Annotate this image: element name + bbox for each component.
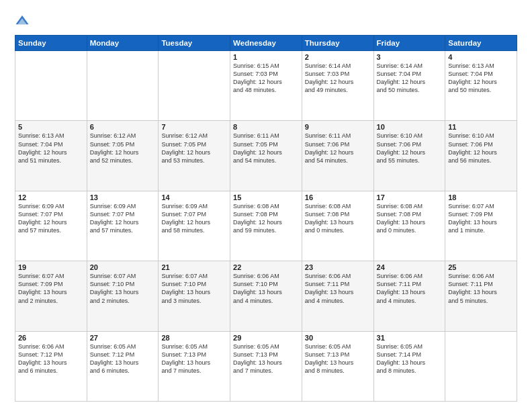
calendar-cell: 5Sunrise: 6:13 AM Sunset: 7:04 PM Daylig… — [15, 121, 87, 191]
day-info: Sunrise: 6:07 AM Sunset: 7:09 PM Dayligh… — [448, 202, 514, 235]
day-info: Sunrise: 6:07 AM Sunset: 7:10 PM Dayligh… — [90, 272, 156, 305]
calendar-cell: 29Sunrise: 6:05 AM Sunset: 7:13 PM Dayli… — [230, 331, 302, 401]
col-header-thursday: Thursday — [302, 36, 373, 51]
day-number: 25 — [448, 263, 514, 271]
calendar-header-row: SundayMondayTuesdayWednesdayThursdayFrid… — [15, 36, 517, 51]
calendar-cell: 24Sunrise: 6:06 AM Sunset: 7:11 PM Dayli… — [373, 261, 445, 331]
day-info: Sunrise: 6:14 AM Sunset: 7:04 PM Dayligh… — [377, 62, 443, 95]
day-number: 18 — [448, 193, 514, 201]
calendar-cell: 28Sunrise: 6:05 AM Sunset: 7:13 PM Dayli… — [159, 331, 230, 401]
day-number: 9 — [305, 123, 371, 131]
day-info: Sunrise: 6:11 AM Sunset: 7:05 PM Dayligh… — [233, 132, 299, 165]
day-number: 10 — [377, 123, 443, 131]
calendar-cell: 15Sunrise: 6:08 AM Sunset: 7:08 PM Dayli… — [230, 191, 302, 261]
day-number: 2 — [305, 53, 371, 61]
calendar-cell: 20Sunrise: 6:07 AM Sunset: 7:10 PM Dayli… — [87, 261, 159, 331]
col-header-tuesday: Tuesday — [159, 36, 230, 51]
calendar-cell — [15, 51, 87, 121]
calendar-cell: 6Sunrise: 6:12 AM Sunset: 7:05 PM Daylig… — [87, 121, 159, 191]
day-info: Sunrise: 6:08 AM Sunset: 7:08 PM Dayligh… — [233, 202, 299, 235]
day-number: 8 — [233, 123, 299, 131]
calendar-cell: 12Sunrise: 6:09 AM Sunset: 7:07 PM Dayli… — [15, 191, 87, 261]
calendar-cell: 17Sunrise: 6:08 AM Sunset: 7:08 PM Dayli… — [373, 191, 445, 261]
day-number: 27 — [90, 334, 156, 342]
calendar-cell: 26Sunrise: 6:06 AM Sunset: 7:12 PM Dayli… — [15, 331, 87, 401]
day-info: Sunrise: 6:06 AM Sunset: 7:11 PM Dayligh… — [305, 272, 371, 305]
calendar-cell: 21Sunrise: 6:07 AM Sunset: 7:10 PM Dayli… — [159, 261, 230, 331]
calendar-cell: 14Sunrise: 6:09 AM Sunset: 7:07 PM Dayli… — [159, 191, 230, 261]
calendar-cell: 25Sunrise: 6:06 AM Sunset: 7:11 PM Dayli… — [445, 261, 517, 331]
day-number: 4 — [448, 53, 514, 61]
day-info: Sunrise: 6:13 AM Sunset: 7:04 PM Dayligh… — [448, 62, 514, 95]
day-number: 21 — [161, 263, 227, 271]
col-header-monday: Monday — [87, 36, 159, 51]
calendar-cell: 7Sunrise: 6:12 AM Sunset: 7:05 PM Daylig… — [159, 121, 230, 191]
day-number: 30 — [305, 334, 371, 342]
day-info: Sunrise: 6:06 AM Sunset: 7:11 PM Dayligh… — [448, 272, 514, 305]
col-header-wednesday: Wednesday — [230, 36, 302, 51]
day-number: 13 — [90, 193, 156, 201]
day-info: Sunrise: 6:11 AM Sunset: 7:06 PM Dayligh… — [305, 132, 371, 165]
calendar-cell: 22Sunrise: 6:06 AM Sunset: 7:10 PM Dayli… — [230, 261, 302, 331]
day-info: Sunrise: 6:07 AM Sunset: 7:10 PM Dayligh… — [161, 272, 227, 305]
calendar-cell: 1Sunrise: 6:15 AM Sunset: 7:03 PM Daylig… — [230, 51, 302, 121]
day-number: 23 — [305, 263, 371, 271]
day-info: Sunrise: 6:05 AM Sunset: 7:13 PM Dayligh… — [233, 342, 299, 375]
day-info: Sunrise: 6:06 AM Sunset: 7:10 PM Dayligh… — [233, 272, 299, 305]
day-info: Sunrise: 6:10 AM Sunset: 7:06 PM Dayligh… — [377, 132, 443, 165]
day-number: 28 — [161, 334, 227, 342]
calendar-cell: 16Sunrise: 6:08 AM Sunset: 7:08 PM Dayli… — [302, 191, 373, 261]
day-info: Sunrise: 6:12 AM Sunset: 7:05 PM Dayligh… — [161, 132, 227, 165]
day-info: Sunrise: 6:09 AM Sunset: 7:07 PM Dayligh… — [161, 202, 227, 235]
header — [15, 12, 517, 28]
calendar-cell — [445, 331, 517, 401]
day-number: 20 — [90, 263, 156, 271]
day-number: 11 — [448, 123, 514, 131]
day-info: Sunrise: 6:06 AM Sunset: 7:11 PM Dayligh… — [377, 272, 443, 305]
day-info: Sunrise: 6:12 AM Sunset: 7:05 PM Dayligh… — [90, 132, 156, 165]
calendar-cell: 30Sunrise: 6:05 AM Sunset: 7:13 PM Dayli… — [302, 331, 373, 401]
day-number: 14 — [161, 193, 227, 201]
calendar-cell: 31Sunrise: 6:05 AM Sunset: 7:14 PM Dayli… — [373, 331, 445, 401]
calendar-cell: 19Sunrise: 6:07 AM Sunset: 7:09 PM Dayli… — [15, 261, 87, 331]
calendar-cell: 8Sunrise: 6:11 AM Sunset: 7:05 PM Daylig… — [230, 121, 302, 191]
calendar-week-5: 26Sunrise: 6:06 AM Sunset: 7:12 PM Dayli… — [15, 331, 517, 401]
day-info: Sunrise: 6:05 AM Sunset: 7:13 PM Dayligh… — [305, 342, 371, 375]
day-info: Sunrise: 6:08 AM Sunset: 7:08 PM Dayligh… — [305, 202, 371, 235]
page: SundayMondayTuesdayWednesdayThursdayFrid… — [0, 0, 532, 411]
calendar-cell — [159, 51, 230, 121]
day-number: 22 — [233, 263, 299, 271]
day-number: 6 — [90, 123, 156, 131]
day-info: Sunrise: 6:13 AM Sunset: 7:04 PM Dayligh… — [18, 132, 84, 165]
calendar-cell: 9Sunrise: 6:11 AM Sunset: 7:06 PM Daylig… — [302, 121, 373, 191]
day-number: 17 — [377, 193, 443, 201]
calendar-week-4: 19Sunrise: 6:07 AM Sunset: 7:09 PM Dayli… — [15, 261, 517, 331]
day-number: 19 — [18, 263, 84, 271]
day-number: 26 — [18, 334, 84, 342]
day-number: 16 — [305, 193, 371, 201]
day-info: Sunrise: 6:05 AM Sunset: 7:12 PM Dayligh… — [90, 342, 156, 375]
calendar-week-1: 1Sunrise: 6:15 AM Sunset: 7:03 PM Daylig… — [15, 51, 517, 121]
day-number: 29 — [233, 334, 299, 342]
calendar-cell: 27Sunrise: 6:05 AM Sunset: 7:12 PM Dayli… — [87, 331, 159, 401]
day-info: Sunrise: 6:05 AM Sunset: 7:13 PM Dayligh… — [161, 342, 227, 375]
calendar-table: SundayMondayTuesdayWednesdayThursdayFrid… — [15, 35, 517, 402]
col-header-saturday: Saturday — [445, 36, 517, 51]
day-info: Sunrise: 6:08 AM Sunset: 7:08 PM Dayligh… — [377, 202, 443, 235]
day-info: Sunrise: 6:07 AM Sunset: 7:09 PM Dayligh… — [18, 272, 84, 305]
col-header-sunday: Sunday — [15, 36, 87, 51]
calendar-cell: 3Sunrise: 6:14 AM Sunset: 7:04 PM Daylig… — [373, 51, 445, 121]
day-number: 15 — [233, 193, 299, 201]
logo — [15, 12, 32, 28]
day-number: 3 — [377, 53, 443, 61]
calendar-cell: 11Sunrise: 6:10 AM Sunset: 7:06 PM Dayli… — [445, 121, 517, 191]
day-number: 12 — [18, 193, 84, 201]
day-info: Sunrise: 6:09 AM Sunset: 7:07 PM Dayligh… — [90, 202, 156, 235]
day-info: Sunrise: 6:05 AM Sunset: 7:14 PM Dayligh… — [377, 342, 443, 375]
calendar-cell: 2Sunrise: 6:14 AM Sunset: 7:03 PM Daylig… — [302, 51, 373, 121]
day-number: 5 — [18, 123, 84, 131]
day-number: 1 — [233, 53, 299, 61]
day-info: Sunrise: 6:10 AM Sunset: 7:06 PM Dayligh… — [448, 132, 514, 165]
day-number: 24 — [377, 263, 443, 271]
calendar-cell: 4Sunrise: 6:13 AM Sunset: 7:04 PM Daylig… — [445, 51, 517, 121]
